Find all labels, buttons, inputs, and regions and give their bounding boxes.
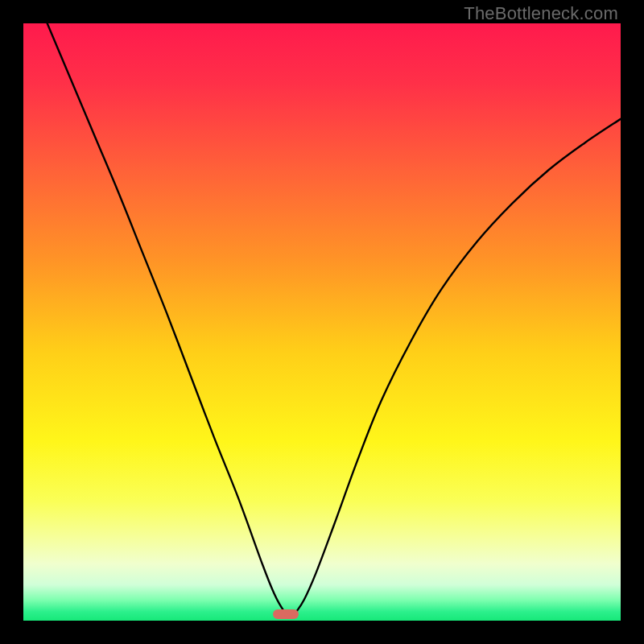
- plot-frame: [23, 23, 621, 621]
- watermark-text: TheBottleneck.com: [464, 3, 618, 24]
- bottleneck-curve: [23, 23, 621, 621]
- optimum-marker: [273, 609, 299, 619]
